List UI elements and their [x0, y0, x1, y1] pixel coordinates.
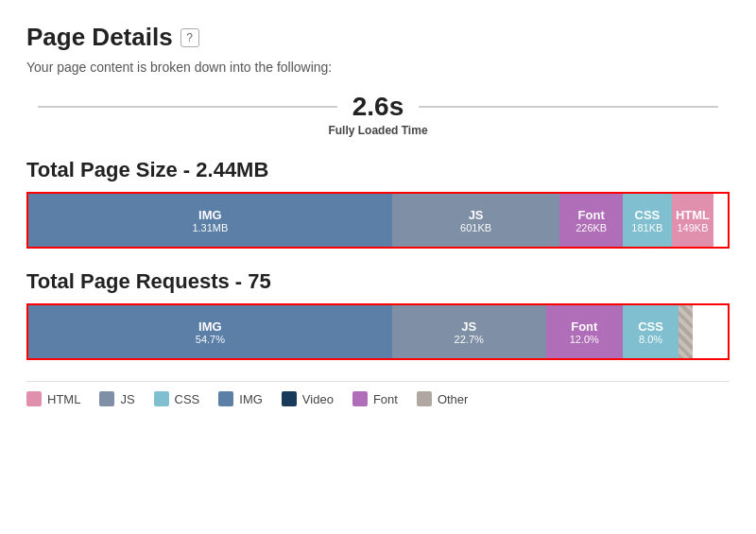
legend-swatch-css [154, 391, 169, 406]
legend-swatch-html [26, 391, 42, 406]
time-line-left [38, 106, 337, 108]
size-bar-segment-js: JS601KB [392, 194, 560, 247]
legend-swatch-video [282, 391, 297, 406]
requests-bar-segment-img: IMG54.7% [28, 305, 392, 358]
legend-label-img: IMG [239, 392, 263, 406]
legend-item-img: IMG [218, 391, 263, 406]
loaded-time-label: Fully Loaded Time [328, 124, 427, 137]
page-title-row: Page Details ? [26, 23, 730, 52]
legend-label-css: CSS [175, 392, 200, 406]
legend-item-font: Font [352, 391, 398, 406]
loaded-time-section: 2.6s Fully Loaded Time [26, 92, 730, 137]
size-bar-segment-html: HTML149KB [672, 194, 713, 247]
total-size-title: Total Page Size - 2.44MB [26, 158, 730, 182]
legend-swatch-js [99, 391, 114, 406]
loaded-time-value: 2.6s [337, 92, 420, 122]
legend-label-video: Video [302, 392, 334, 406]
legend-swatch-img [218, 391, 233, 406]
legend-row: HTMLJSCSSIMGVideoFontOther [26, 381, 730, 406]
legend-item-css: CSS [154, 391, 200, 406]
requests-bar: IMG54.7%JS22.7%Font12.0%CSS8.0% [26, 303, 730, 360]
legend-swatch-font [352, 391, 368, 406]
legend-label-js: JS [120, 392, 134, 406]
legend-item-html: HTML [26, 391, 80, 406]
size-bar-segment-css: CSS181KB [623, 194, 672, 247]
help-badge[interactable]: ? [180, 28, 199, 47]
legend-label-html: HTML [47, 392, 80, 406]
requests-bar-segment-css: CSS8.0% [623, 305, 679, 358]
total-requests-title: Total Page Requests - 75 [26, 269, 730, 294]
size-bar: IMG1.31MBJS601KBFont226KBCSS181KBHTML149… [26, 192, 730, 249]
total-size-section: Total Page Size - 2.44MB IMG1.31MBJS601K… [26, 158, 730, 249]
legend-item-js: JS [99, 391, 134, 406]
size-bar-segment-font: Font226KB [559, 194, 623, 247]
legend-swatch-other [417, 391, 432, 406]
subtitle: Your page content is broken down into th… [26, 60, 730, 75]
requests-bar-segment-font: Font12.0% [546, 305, 623, 358]
page-title: Page Details [26, 23, 173, 52]
requests-bar-segment-js: JS22.7% [392, 305, 546, 358]
time-line-right [419, 106, 718, 108]
total-requests-section: Total Page Requests - 75 IMG54.7%JS22.7%… [26, 269, 730, 360]
legend-item-other: Other [417, 391, 469, 406]
legend-label-other: Other [438, 392, 469, 406]
size-bar-segment-img: IMG1.31MB [28, 194, 392, 247]
legend-item-video: Video [282, 391, 334, 406]
requests-bar-segment-stripe [679, 305, 693, 358]
time-line-row: 2.6s [38, 92, 718, 122]
legend-label-font: Font [373, 392, 398, 406]
